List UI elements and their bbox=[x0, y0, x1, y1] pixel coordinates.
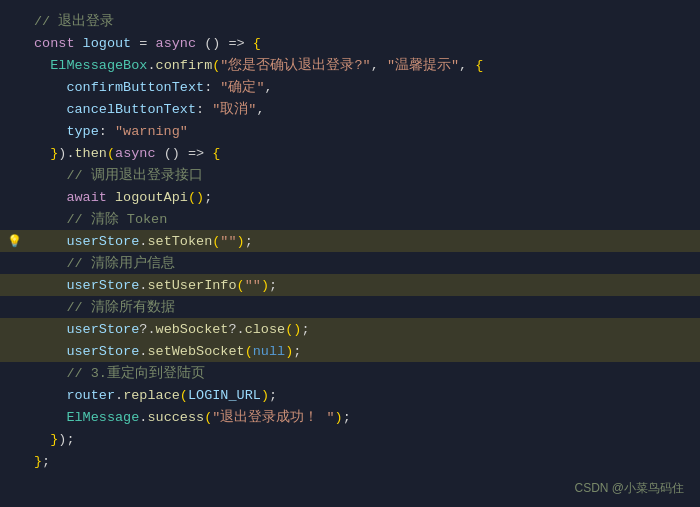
line-text: userStore?.webSocket?.close(); bbox=[28, 322, 700, 337]
code-line: // 清除所有数据 bbox=[0, 296, 700, 318]
line-text: userStore.setToken(""); bbox=[28, 234, 700, 249]
code-line: }); bbox=[0, 428, 700, 450]
code-line: const logout = async () => { bbox=[0, 32, 700, 54]
line-gutter: 💡 bbox=[0, 234, 28, 249]
line-text: userStore.setUserInfo(""); bbox=[28, 278, 700, 293]
code-line: userStore?.webSocket?.close(); bbox=[0, 318, 700, 340]
code-line: // 调用退出登录接口 bbox=[0, 164, 700, 186]
line-text: cancelButtonText: "取消", bbox=[28, 100, 700, 118]
line-text: ElMessageBox.confirm("您是否确认退出登录?", "温馨提示… bbox=[28, 56, 700, 74]
code-line: // 3.重定向到登陆页 bbox=[0, 362, 700, 384]
code-line: }; bbox=[0, 450, 700, 472]
line-text: router.replace(LOGIN_URL); bbox=[28, 388, 700, 403]
code-line: router.replace(LOGIN_URL); bbox=[0, 384, 700, 406]
watermark: CSDN @小菜鸟码住 bbox=[574, 480, 684, 497]
code-line: ElMessageBox.confirm("您是否确认退出登录?", "温馨提示… bbox=[0, 54, 700, 76]
code-line: }).then(async () => { bbox=[0, 142, 700, 164]
code-line: await logoutApi(); bbox=[0, 186, 700, 208]
code-line: type: "warning" bbox=[0, 120, 700, 142]
line-text: }); bbox=[28, 432, 700, 447]
code-line: ElMessage.success("退出登录成功！ "); bbox=[0, 406, 700, 428]
line-text: confirmButtonText: "确定", bbox=[28, 78, 700, 96]
code-line: confirmButtonText: "确定", bbox=[0, 76, 700, 98]
line-text: }).then(async () => { bbox=[28, 146, 700, 161]
code-line: userStore.setUserInfo(""); bbox=[0, 274, 700, 296]
line-text: // 调用退出登录接口 bbox=[28, 166, 700, 184]
line-text: // 清除 Token bbox=[28, 210, 700, 228]
line-text: type: "warning" bbox=[28, 124, 700, 139]
code-line: cancelButtonText: "取消", bbox=[0, 98, 700, 120]
code-line: // 清除用户信息 bbox=[0, 252, 700, 274]
code-line: // 退出登录 bbox=[0, 10, 700, 32]
lightbulb-icon: 💡 bbox=[7, 234, 22, 249]
code-line: userStore.setWebSocket(null); bbox=[0, 340, 700, 362]
line-text: await logoutApi(); bbox=[28, 190, 700, 205]
line-text: userStore.setWebSocket(null); bbox=[28, 344, 700, 359]
line-text: const logout = async () => { bbox=[28, 36, 700, 51]
code-line: 💡 userStore.setToken(""); bbox=[0, 230, 700, 252]
line-text: // 清除所有数据 bbox=[28, 298, 700, 316]
code-editor: // 退出登录const logout = async () => { ElMe… bbox=[0, 0, 700, 507]
line-text: // 清除用户信息 bbox=[28, 254, 700, 272]
line-text: // 退出登录 bbox=[28, 12, 700, 30]
line-text: // 3.重定向到登陆页 bbox=[28, 364, 700, 382]
line-text: }; bbox=[28, 454, 700, 469]
line-text: ElMessage.success("退出登录成功！ "); bbox=[28, 408, 700, 426]
code-line: // 清除 Token bbox=[0, 208, 700, 230]
